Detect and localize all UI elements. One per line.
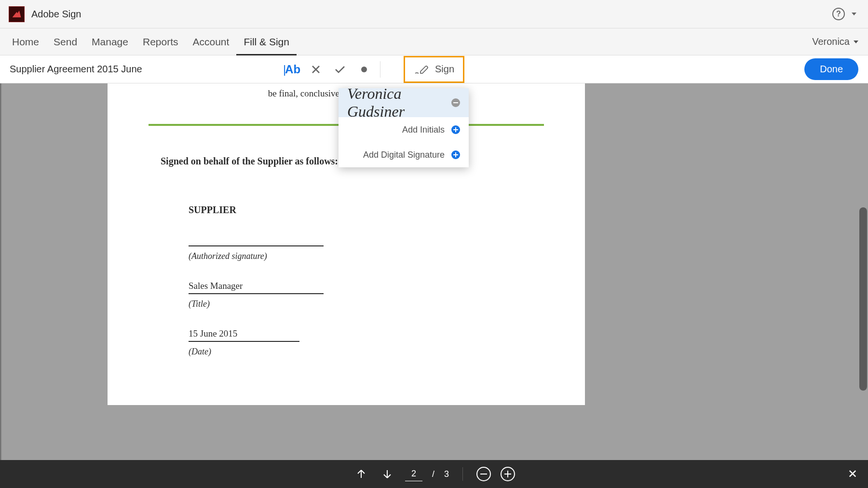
page-separator: / (432, 469, 434, 479)
svg-point-0 (361, 67, 367, 72)
sign-button[interactable]: Sign (404, 56, 464, 83)
nav-tab-manage[interactable]: Manage (84, 28, 136, 55)
document-name: Supplier Agreement 2015 June (10, 64, 142, 75)
bottom-page-bar: / 3 ✕ (0, 460, 868, 488)
left-edge-shadow (0, 83, 2, 460)
x-mark-tool[interactable] (304, 60, 328, 79)
page-down-button[interactable] (379, 466, 395, 482)
page-up-button[interactable] (353, 466, 369, 482)
document-auth-sig-label: (Authorized signature) (189, 251, 585, 261)
header-right: ? (832, 8, 859, 20)
toolbar-center: |Ab Sign (280, 56, 464, 83)
nav-bar: Home Send Manage Reports Account Fill & … (0, 28, 868, 55)
add-digital-signature-option[interactable]: Add Digital Signature (339, 142, 469, 167)
dot-tool[interactable] (352, 60, 376, 79)
app-logo-icon (9, 6, 25, 22)
zoom-out-button[interactable] (476, 467, 491, 481)
check-icon (334, 65, 346, 74)
nav-tabs: Home Send Manage Reports Account Fill & … (5, 28, 297, 55)
help-icon[interactable]: ? (832, 8, 845, 20)
toolbar-divider (380, 61, 380, 78)
document-title-value: Sales Manager (189, 281, 324, 294)
nav-tab-reports[interactable]: Reports (136, 28, 186, 55)
x-icon (311, 65, 321, 74)
nav-tab-fill-sign[interactable]: Fill & Sign (236, 28, 297, 55)
close-button[interactable]: ✕ (847, 467, 858, 481)
add-initials-option[interactable]: Add Initials (339, 117, 469, 142)
zoom-in-button[interactable] (501, 467, 515, 481)
header-left: Adobe Sign (9, 6, 81, 22)
add-digital-signature-label: Add Digital Signature (363, 150, 445, 160)
nav-tab-home[interactable]: Home (5, 28, 46, 55)
toolbar: Supplier Agreement 2015 June |Ab Sign Do… (0, 55, 868, 83)
done-button[interactable]: Done (804, 58, 858, 80)
user-dropdown-caret-icon (854, 41, 858, 43)
text-tool[interactable]: |Ab (280, 60, 304, 79)
user-dropdown[interactable]: Veronica (812, 36, 863, 47)
add-initials-label: Add Initials (402, 125, 445, 135)
signature-option[interactable]: Veronica Gudsiner (339, 88, 469, 117)
header-menu-caret-icon[interactable] (852, 13, 856, 15)
sign-pen-icon (414, 64, 428, 75)
sign-button-label: Sign (435, 64, 454, 75)
add-initials-plus-icon (451, 125, 460, 134)
bottom-divider (462, 467, 463, 481)
document-date-value: 15 June 2015 (189, 328, 299, 342)
page-number-input[interactable] (405, 467, 422, 481)
arrow-up-icon (355, 468, 367, 480)
app-title: Adobe Sign (31, 9, 81, 20)
check-mark-tool[interactable] (328, 60, 352, 79)
document-title-label: (Title) (189, 299, 585, 309)
sign-dropdown: Veronica Gudsiner Add Initials Add Digit… (339, 88, 469, 167)
document-supplier-label: SUPPLIER (189, 204, 585, 216)
remove-signature-icon[interactable] (451, 98, 460, 107)
document-date-label: (Date) (189, 347, 585, 357)
page-total: 3 (444, 469, 449, 479)
user-name: Veronica (812, 36, 850, 47)
dot-icon (361, 66, 367, 73)
add-digital-signature-plus-icon (451, 150, 460, 159)
signature-name: Veronica Gudsiner (347, 85, 451, 121)
arrow-down-icon (381, 468, 393, 480)
document-scrollbar[interactable] (859, 207, 867, 391)
document-signature-line (189, 245, 324, 246)
header-bar: Adobe Sign ? (0, 0, 868, 28)
nav-tab-send[interactable]: Send (46, 28, 84, 55)
nav-tab-account[interactable]: Account (186, 28, 237, 55)
